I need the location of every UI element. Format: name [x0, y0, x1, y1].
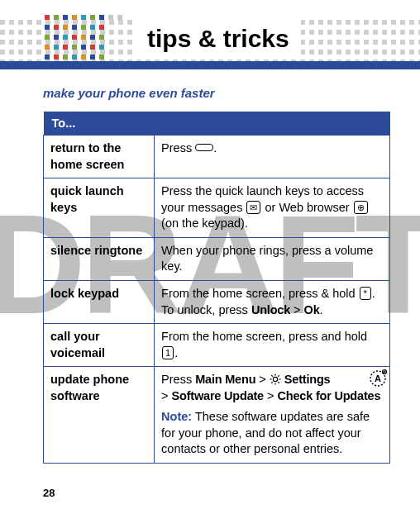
svg-rect-10 [117, 15, 122, 20]
row-label: return to the home screen [44, 136, 155, 178]
svg-rect-23 [90, 35, 95, 40]
menu-software-update: Software Update [172, 389, 264, 402]
text: . [320, 303, 323, 316]
text: From the home screen, press and hold [161, 330, 367, 343]
menu-gt: > [161, 389, 172, 402]
svg-point-44 [273, 378, 277, 382]
svg-rect-28 [72, 45, 77, 50]
row-label: call your voicemail [44, 324, 155, 367]
svg-rect-15 [81, 25, 86, 30]
content-area: make your phone even faster To... return… [0, 71, 420, 464]
svg-rect-19 [54, 35, 59, 40]
svg-rect-22 [81, 35, 86, 40]
menu-unlock: Unlock [251, 303, 290, 316]
blue-divider-bar [0, 61, 420, 69]
table-header-row: To... [44, 112, 390, 136]
svg-rect-26 [54, 45, 59, 50]
table-row: update phone software A Press Main Menu … [44, 367, 390, 464]
svg-rect-4 [63, 15, 68, 20]
svg-rect-16 [90, 25, 95, 30]
menu-check-updates: Check for Updates [278, 389, 381, 402]
svg-rect-32 [45, 55, 50, 59]
svg-rect-3 [54, 15, 59, 20]
text: (on the keypad). [161, 216, 248, 230]
row-desc: Press . [155, 136, 390, 178]
svg-rect-33 [54, 55, 59, 59]
svg-rect-30 [90, 45, 95, 50]
svg-rect-5 [72, 15, 77, 20]
svg-rect-36 [81, 55, 86, 59]
table-row: call your voicemail From the home screen… [44, 324, 390, 367]
table-row: return to the home screen Press . [44, 136, 390, 178]
svg-rect-11 [45, 25, 50, 30]
menu-settings: Settings [284, 373, 331, 386]
menu-ok: Ok [304, 303, 320, 316]
svg-rect-14 [72, 25, 77, 30]
note-text: These software updates are safe for your… [161, 410, 370, 455]
svg-rect-18 [45, 35, 50, 40]
svg-rect-27 [63, 45, 68, 50]
svg-rect-12 [54, 25, 59, 30]
menu-main: Main Menu [195, 373, 255, 386]
title-box: tips & tricks [132, 20, 301, 58]
row-desc: When your phone rings, press a volume ke… [155, 237, 390, 280]
row-desc: A Press Main Menu > Settings > Software … [155, 367, 390, 464]
svg-line-50 [278, 382, 279, 383]
menu-gt: > [255, 373, 270, 386]
svg-rect-35 [72, 55, 77, 59]
text: or Web browser [261, 201, 352, 214]
page-number: 28 [43, 487, 55, 499]
menu-gt: > [264, 389, 278, 402]
text: Press [161, 373, 195, 386]
svg-rect-21 [72, 35, 77, 40]
svg-rect-8 [99, 15, 104, 20]
row-desc: Press the quick launch keys to access yo… [155, 178, 390, 238]
svg-rect-17 [99, 25, 104, 30]
text: Press [161, 141, 195, 155]
home-key-icon [195, 144, 213, 151]
svg-rect-7 [90, 15, 95, 20]
svg-rect-25 [45, 45, 50, 50]
text: . [213, 141, 217, 155]
note-label: Note: [161, 410, 192, 423]
svg-rect-13 [63, 25, 68, 30]
svg-line-51 [271, 382, 273, 383]
text: From the home screen, press & hold [161, 287, 359, 300]
account-badge-icon: A [368, 369, 388, 388]
svg-rect-2 [45, 15, 50, 20]
row-desc: From the home screen, press and hold 1. [155, 324, 390, 367]
svg-rect-24 [99, 35, 104, 40]
page-title: tips & tricks [147, 25, 289, 53]
menu-gt: > [290, 303, 304, 316]
table-row: silence ringtone When your phone rings, … [44, 237, 390, 280]
svg-rect-31 [99, 45, 104, 50]
one-key-icon: 1 [162, 346, 174, 359]
svg-rect-34 [63, 55, 68, 59]
svg-line-49 [271, 375, 273, 377]
tips-table: To... return to the home screen Press . … [43, 112, 390, 464]
svg-rect-38 [99, 55, 104, 59]
svg-rect-6 [81, 15, 86, 20]
subheading: make your phone even faster [43, 86, 390, 100]
star-key-icon: * [360, 287, 371, 300]
svg-rect-20 [63, 35, 68, 40]
row-label: silence ringtone [44, 237, 155, 280]
table-row: lock keypad From the home screen, press … [44, 280, 390, 323]
text: . [174, 346, 178, 359]
svg-line-52 [278, 375, 279, 377]
row-label: lock keypad [44, 280, 155, 323]
gear-icon [270, 373, 281, 385]
row-label: quick launch keys [44, 178, 155, 238]
row-desc: From the home screen, press & hold *. To… [155, 280, 390, 323]
svg-rect-9 [108, 15, 113, 20]
browser-key-icon: ⊕ [354, 201, 368, 214]
svg-rect-29 [81, 45, 86, 50]
table-row: quick launch keys Press the quick launch… [44, 178, 390, 238]
svg-rect-37 [90, 55, 95, 59]
row-label: update phone software [44, 367, 155, 464]
table-header: To... [44, 112, 390, 136]
svg-text:A: A [375, 373, 381, 383]
message-key-icon: ✉ [246, 201, 260, 214]
